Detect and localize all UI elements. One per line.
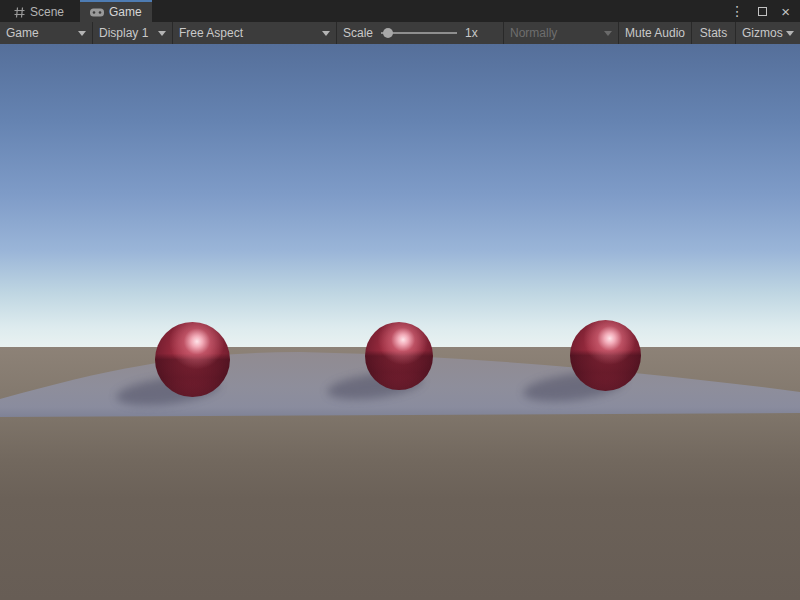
chevron-down-icon [158, 31, 166, 36]
tab-scene-label: Scene [30, 5, 64, 19]
aspect-label: Free Aspect [179, 26, 243, 40]
tab-bar: Scene Game ⋮ × [0, 0, 800, 22]
tab-game-label: Game [109, 5, 142, 19]
game-view-toolbar: Game Display 1 Free Aspect Scale 1x Norm… [0, 22, 800, 44]
red-sphere-3 [570, 320, 641, 391]
aspect-ratio-dropdown[interactable]: Free Aspect [172, 22, 336, 44]
play-mode-label: Normally [510, 26, 557, 40]
grid-icon [14, 7, 25, 18]
game-popup-dropdown[interactable]: Game [0, 22, 92, 44]
chevron-down-icon [604, 31, 612, 36]
stats-label: Stats [700, 26, 727, 40]
window-controls: ⋮ × [730, 0, 800, 22]
red-sphere-1 [155, 322, 230, 397]
tab-bar-spacer [152, 0, 731, 22]
tab-game[interactable]: Game [80, 0, 152, 22]
game-popup-label: Game [6, 26, 39, 40]
tab-scene[interactable]: Scene [4, 0, 74, 22]
display-dropdown[interactable]: Display 1 [92, 22, 172, 44]
chevron-down-icon [786, 31, 794, 36]
scale-slider-knob[interactable] [383, 28, 393, 38]
gizmos-label: Gizmos [742, 26, 783, 40]
unity-game-view-window: Scene Game ⋮ × Game Display 1 [0, 0, 800, 600]
scale-control: Scale 1x [336, 22, 503, 44]
display-label: Display 1 [99, 26, 148, 40]
chevron-down-icon [78, 31, 86, 36]
close-icon[interactable]: × [781, 4, 790, 19]
scale-label: Scale [343, 26, 373, 40]
gizmos-dropdown[interactable]: Gizmos [735, 22, 800, 44]
red-sphere-2 [365, 322, 433, 390]
game-viewport[interactable] [0, 44, 800, 600]
maximize-icon[interactable] [758, 7, 767, 16]
stats-button[interactable]: Stats [691, 22, 735, 44]
scale-slider[interactable] [381, 27, 457, 39]
chevron-down-icon [322, 31, 330, 36]
gamepad-icon [90, 8, 104, 17]
play-mode-dropdown[interactable]: Normally [503, 22, 618, 44]
mute-audio-button[interactable]: Mute Audio [618, 22, 691, 44]
scale-value: 1x [465, 26, 478, 40]
kebab-menu-icon[interactable]: ⋮ [730, 4, 744, 18]
mute-audio-label: Mute Audio [625, 26, 685, 40]
